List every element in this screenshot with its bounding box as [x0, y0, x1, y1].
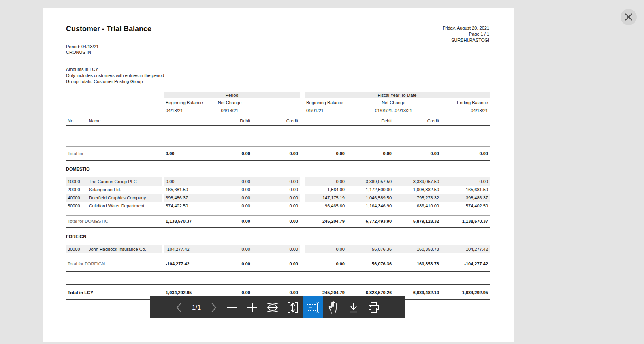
previous-page-button[interactable]	[171, 296, 187, 318]
cell-value: 0.00	[207, 245, 252, 253]
cell-value: 1,172,500.00	[346, 186, 393, 194]
cell-customer-name: The Cannon Group PLC	[87, 177, 164, 186]
printed-by-user: SURBHI.RASTOGI	[443, 37, 489, 43]
column-gap	[300, 186, 305, 194]
text-selection-button[interactable]	[303, 296, 323, 318]
cell-value: 0.00	[252, 202, 300, 210]
cell-value: 574,402.50	[441, 202, 490, 210]
total-row-foreign: Total for FOREIGN -104,277.42 0.00 0.00 …	[66, 256, 490, 272]
cell-customer-no: 10000	[66, 177, 87, 186]
total-value: 245,204.79	[305, 219, 346, 224]
column-gap	[300, 177, 305, 186]
total-value: 0.00	[305, 261, 346, 266]
total-value: 0.00	[441, 151, 490, 156]
zoom-in-button[interactable]	[242, 296, 262, 318]
cell-value: 686,410.00	[393, 202, 441, 210]
total-value: 160,353.78	[393, 261, 441, 266]
report-page: Customer - Trial Balance Period: 04/13/2…	[43, 8, 514, 342]
total-value: 0.00	[305, 151, 346, 156]
column-gap	[300, 202, 305, 210]
spacer	[66, 272, 490, 284]
cell-value: 1,008,382.50	[393, 186, 441, 194]
col-header: Beginning Balance	[305, 98, 346, 107]
cell-customer-no: 50000	[66, 202, 87, 210]
total-value: 56,076.36	[346, 261, 393, 266]
table-header-row: Beginning Balance Net Change Beginning B…	[66, 98, 490, 107]
meta-filter-note: Only includes customers with entries in …	[66, 73, 164, 78]
minus-icon	[226, 302, 238, 313]
table-column-header-row: No. Name Debit Credit Debit Credit	[66, 115, 490, 126]
total-value: 0.00	[207, 261, 252, 266]
col-header-date: 04/13/21	[207, 107, 252, 115]
zoom-out-button[interactable]	[222, 296, 242, 318]
cell-value: 0.00	[252, 194, 300, 202]
total-value: 0.00	[252, 261, 300, 266]
table-row: 20000 Selangorian Ltd. 165,681.50 0.00 0…	[66, 186, 490, 194]
chevron-left-icon	[175, 302, 183, 313]
cell-value: 0.00	[252, 245, 300, 253]
cell-value: 147,175.19	[305, 194, 346, 202]
close-preview-button[interactable]	[621, 9, 637, 25]
cell-value: 398,486.37	[441, 194, 490, 202]
total-value: 6,772,493.90	[346, 219, 393, 224]
col-header: Net Change	[207, 98, 252, 107]
total-value: -104,277.42	[164, 261, 207, 266]
table-row: 40000 Deerfield Graphics Company 398,486…	[66, 194, 490, 202]
fit-page-icon	[287, 302, 299, 313]
page-number: Page 1 / 1	[443, 31, 489, 37]
print-button[interactable]	[364, 296, 384, 318]
grand-total-value: 6,039,482.10	[393, 290, 441, 295]
spacer	[66, 253, 490, 256]
total-row-domestic: Total for DOMESTIC 1,138,570.37 0.00 0.0…	[66, 215, 490, 228]
col-header-date: 04/13/21	[441, 107, 490, 115]
group-header-period: Period	[164, 92, 300, 98]
col-header: Net Change	[346, 98, 441, 107]
col-header-name: Name	[87, 115, 164, 125]
company-name: CRONUS IN	[66, 49, 91, 55]
fit-to-page-button[interactable]	[283, 296, 303, 318]
grand-total-value: 1,034,292.95	[441, 290, 490, 295]
cell-value: 160,353.78	[393, 245, 441, 253]
hand-icon	[328, 301, 339, 314]
next-page-button[interactable]	[206, 296, 222, 318]
col-header-date: 04/13/21	[164, 107, 207, 115]
total-value: -104,277.42	[441, 261, 490, 266]
cell-value: 0.00	[164, 177, 207, 186]
cell-value: 0.00	[207, 202, 252, 210]
meta-group-totals: Group Totals: Customer Posting Group	[66, 79, 143, 84]
fit-to-width-button[interactable]	[262, 296, 283, 318]
cell-customer-name: Guildford Water Department	[87, 202, 164, 210]
col-header: Beginning Balance	[164, 98, 207, 107]
pan-button[interactable]	[323, 296, 343, 318]
cell-value: 96,465.60	[305, 202, 346, 210]
table-group-header-row: Period Fiscal Year-To-Date	[66, 92, 490, 98]
cell-value: -104,277.42	[164, 245, 207, 253]
cell-value: 56,076.36	[346, 245, 393, 253]
total-value: 0.00	[207, 151, 252, 156]
printer-icon	[368, 302, 380, 313]
grand-total-value: 0.00	[207, 290, 252, 295]
total-value: 1,138,570.37	[441, 219, 490, 224]
section-header-foreign: FOREIGN	[66, 234, 490, 240]
viewer-toolbar: 1/1	[150, 296, 405, 318]
cell-value: 0.00	[305, 177, 346, 186]
cell-value: 0.00	[305, 245, 346, 253]
download-button[interactable]	[343, 296, 364, 318]
col-header-credit: Credit	[252, 115, 300, 125]
col-header-no: No.	[66, 115, 87, 125]
cell-customer-name: John Haddock Insurance Co.	[87, 245, 164, 253]
cell-customer-name: Deerfield Graphics Company	[87, 194, 164, 202]
report-title: Customer - Trial Balance	[66, 25, 151, 33]
total-value: 0.00	[346, 151, 393, 156]
cell-value: 1,564.00	[305, 186, 346, 194]
cell-value: 1,164,346.90	[346, 202, 393, 210]
cell-value: 165,681.50	[441, 186, 490, 194]
cell-value: 0.00	[207, 177, 252, 186]
trial-balance-table: Period Fiscal Year-To-Date Beginning Bal…	[66, 92, 490, 300]
table-row: 10000 The Cannon Group PLC 0.00 0.00 0.0…	[66, 177, 490, 186]
col-header-date: 01/01/21	[305, 107, 346, 115]
total-value: 0.00	[252, 219, 300, 224]
col-header-debit: Debit	[207, 115, 252, 125]
page-indicator: 1/1	[187, 304, 206, 311]
total-label: Total for FOREIGN	[66, 261, 164, 266]
